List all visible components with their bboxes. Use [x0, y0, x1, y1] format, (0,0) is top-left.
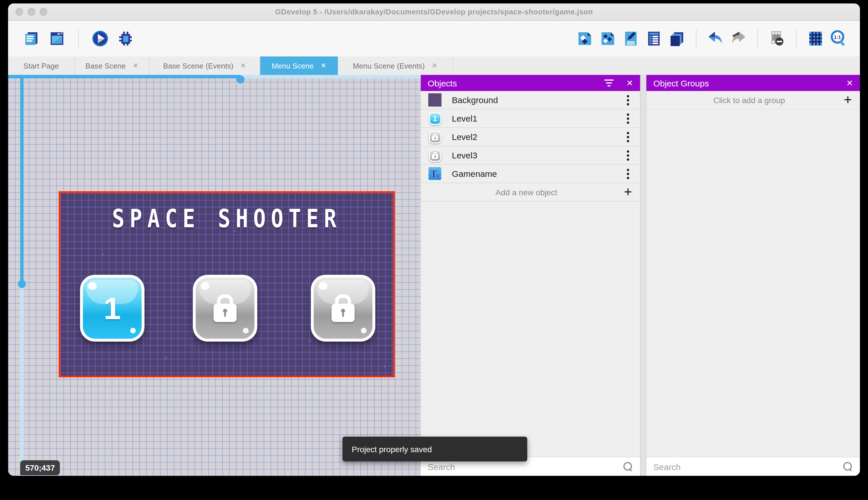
project-manager-icon[interactable]: [23, 30, 40, 47]
object-label[interactable]: Level2: [452, 132, 624, 142]
tab-menu-scene-events-[interactable]: Menu Scene (Events)✕: [338, 56, 453, 75]
level-number: 1: [104, 290, 121, 326]
toolbar-divider: [758, 30, 758, 48]
scene-editor-icon[interactable]: [48, 30, 66, 47]
add-group-label[interactable]: Click to add a group: [655, 95, 844, 104]
tab-label[interactable]: Menu Scene (Events): [353, 61, 425, 70]
tab-label[interactable]: Base Scene (Events): [163, 61, 233, 70]
screen: GDevelop 5 - /Users/dkarakay/Documents/G…: [0, 0, 868, 500]
objects-list: Background1Level1Level2Level3TxGamename: [421, 91, 640, 183]
object-menu-kebab-icon[interactable]: [624, 169, 632, 179]
vertical-scrollbar-knob[interactable]: [18, 280, 26, 288]
cursor-coordinates-badge: 570;437: [20, 460, 60, 475]
button-lock-thumbnail: [428, 130, 442, 144]
horizontal-scrollbar-knob[interactable]: [237, 76, 245, 83]
text-object-thumbnail: Tx: [428, 167, 442, 180]
toolbar-right-group: 1:1: [576, 30, 847, 48]
object-menu-kebab-icon[interactable]: [624, 150, 632, 160]
objects-panel: Objects ✕ Background1Level1Level2Level3T…: [421, 75, 640, 476]
add-object-plus-icon[interactable]: +: [624, 185, 632, 198]
star-decoration: +: [360, 256, 363, 263]
star-decoration: +: [101, 251, 105, 258]
window-title: GDevelop 5 - /Users/dkarakay/Documents/G…: [8, 8, 860, 16]
objects-search-input[interactable]: [428, 462, 623, 471]
star-decoration: +: [383, 363, 387, 370]
play-icon[interactable]: [92, 30, 109, 47]
add-group-row[interactable]: Click to add a group +: [646, 91, 860, 110]
object-groups-editor-icon[interactable]: [599, 30, 617, 47]
main-area: SPACE SHOOTER + + + + + + 1 570;437 Obje…: [8, 75, 860, 476]
toolbar-divider: [78, 30, 79, 48]
scene-canvas[interactable]: SPACE SHOOTER + + + + + + 1 570;437: [8, 75, 421, 476]
object-row-level1[interactable]: 1Level1: [421, 110, 640, 128]
tab-base-scene[interactable]: Base Scene✕: [75, 56, 150, 75]
panel-divider[interactable]: [640, 75, 646, 476]
object-row-level2[interactable]: Level2: [421, 128, 640, 146]
objects-editor-icon[interactable]: [576, 30, 594, 47]
lock-icon: [330, 294, 356, 322]
horizontal-scrollbar-thumb[interactable]: [8, 75, 241, 78]
tab-close-icon[interactable]: ✕: [240, 62, 246, 69]
gloss-dot: [243, 328, 249, 333]
properties-icon[interactable]: [622, 30, 640, 47]
object-label[interactable]: Background: [452, 95, 624, 105]
debug-icon[interactable]: [117, 30, 134, 47]
game-title-text-object[interactable]: SPACE SHOOTER: [60, 204, 393, 233]
star-decoration: +: [164, 354, 168, 361]
vertical-scrollbar-thumb[interactable]: [20, 75, 24, 283]
tab-start-page[interactable]: Start Page: [8, 56, 75, 75]
object-groups-panel-close-icon[interactable]: ✕: [846, 78, 853, 88]
object-label[interactable]: Level1: [452, 113, 624, 123]
add-group-plus-icon[interactable]: +: [844, 92, 852, 106]
object-menu-kebab-icon[interactable]: [624, 132, 632, 142]
zoom-original-icon[interactable]: 1:1: [830, 30, 847, 47]
redo-icon[interactable]: [730, 30, 747, 47]
tab-bar: Start PageBase Scene✕Base Scene (Events)…: [8, 56, 860, 75]
tab-menu-scene[interactable]: Menu Scene✕: [260, 56, 338, 75]
filter-icon[interactable]: [605, 79, 614, 87]
object-label[interactable]: Gamename: [452, 169, 624, 179]
tab-label[interactable]: Start Page: [24, 61, 59, 70]
object-groups-panel-title: Object Groups: [653, 78, 709, 88]
menu-scene-background-object[interactable]: SPACE SHOOTER + + + + + + 1: [59, 191, 395, 377]
grid-icon[interactable]: [807, 30, 824, 47]
add-object-label[interactable]: Add a new object: [429, 188, 624, 197]
object-row-gamename[interactable]: TxGamename: [421, 165, 640, 183]
instances-list-icon[interactable]: [645, 30, 662, 47]
objects-panel-header: Objects ✕: [421, 75, 640, 91]
gloss-dot: [88, 282, 97, 290]
object-label[interactable]: Level3: [452, 150, 624, 160]
layers-icon[interactable]: [668, 30, 685, 47]
tab-close-icon[interactable]: ✕: [133, 62, 138, 69]
tab-close-icon[interactable]: ✕: [432, 62, 437, 69]
toolbar-divider: [796, 30, 797, 48]
gloss-dot: [361, 328, 367, 333]
mask-icon[interactable]: [769, 30, 786, 47]
titlebar: GDevelop 5 - /Users/dkarakay/Documents/G…: [8, 3, 860, 21]
vertical-scrollbar[interactable]: [20, 75, 24, 476]
tab-label[interactable]: Base Scene: [85, 61, 126, 70]
color-square-thumbnail: [428, 93, 442, 106]
tab-label[interactable]: Menu Scene: [272, 61, 314, 70]
object-row-level3[interactable]: Level3: [421, 146, 640, 165]
horizontal-scrollbar[interactable]: [8, 75, 421, 78]
objects-panel-close-icon[interactable]: ✕: [626, 78, 633, 88]
add-object-row[interactable]: Add a new object +: [421, 183, 640, 202]
level-3-button-object[interactable]: [311, 275, 375, 342]
object-row-background[interactable]: Background: [421, 91, 640, 110]
level-1-button-object[interactable]: 1: [80, 275, 144, 342]
level-2-button-object[interactable]: [193, 275, 257, 342]
groups-search-bar: [646, 457, 860, 476]
search-icon[interactable]: [843, 462, 853, 472]
objects-panel-title: Objects: [428, 78, 457, 88]
tab-base-scene-events-[interactable]: Base Scene (Events)✕: [150, 56, 260, 75]
star-decoration: +: [308, 337, 312, 344]
gdevelop-window: GDevelop 5 - /Users/dkarakay/Documents/G…: [8, 3, 860, 476]
groups-search-input[interactable]: [653, 462, 843, 471]
search-icon[interactable]: [623, 462, 633, 472]
object-menu-kebab-icon[interactable]: [624, 95, 632, 105]
object-menu-kebab-icon[interactable]: [624, 113, 632, 124]
object-groups-panel: Object Groups ✕ Click to add a group +: [646, 75, 860, 476]
undo-icon[interactable]: [707, 30, 724, 47]
tab-close-icon[interactable]: ✕: [320, 62, 326, 69]
